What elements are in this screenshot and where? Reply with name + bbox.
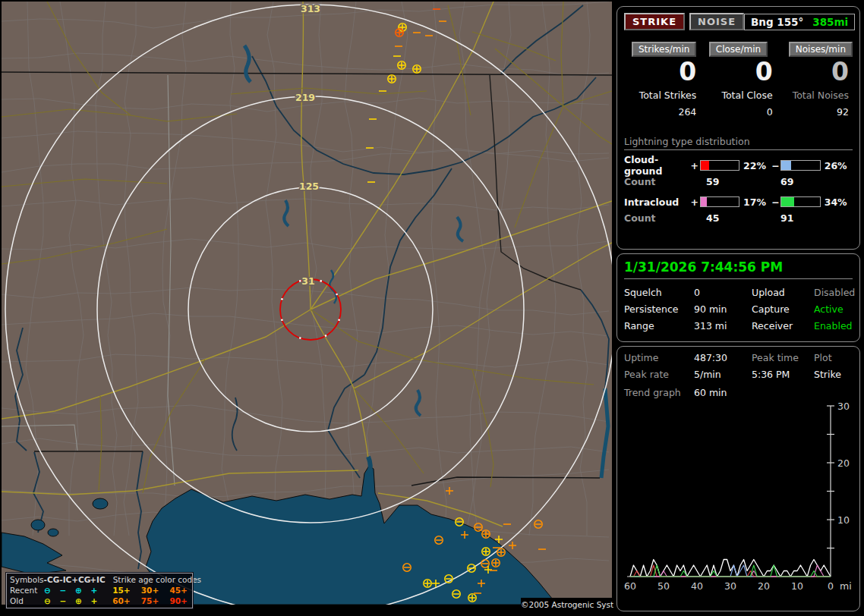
legend-old-label: Old xyxy=(10,596,39,606)
persistence-value: 90 min xyxy=(694,303,752,315)
plus-icon: + xyxy=(87,596,102,606)
strike-cg+ xyxy=(497,548,505,556)
bearing-display: Bng 155° 385mi xyxy=(744,14,855,30)
svg-text:40: 40 xyxy=(691,580,703,592)
strike-mode-button[interactable]: STRIKE xyxy=(624,13,685,30)
totals-values-row: 264 0 92 xyxy=(624,105,853,119)
ring-label-313: 313 xyxy=(301,3,320,14)
total-close-value: 0 xyxy=(700,105,776,119)
noises-per-min-value: 0 xyxy=(777,58,853,86)
ring-label-31: 31 xyxy=(301,275,314,287)
svg-text:60: 60 xyxy=(624,580,636,592)
total-strikes-label: Total Strikes xyxy=(624,89,700,102)
strikes-per-min-value: 0 xyxy=(624,58,700,86)
receiver-label: Receiver xyxy=(752,320,814,332)
strike-cg+ xyxy=(396,29,403,36)
cg-minus-pct: 26% xyxy=(825,160,853,171)
plot-value: Strike xyxy=(814,369,853,380)
strike-cg+ xyxy=(482,530,490,538)
datetime-display: 1/31/2026 7:44:56 PM xyxy=(624,259,853,279)
total-noises-value: 92 xyxy=(777,105,853,119)
persistence-label: Persistence xyxy=(624,303,694,315)
range-value: 313 mi xyxy=(694,320,752,332)
counters-panel: STRIKE NOISE Bng 155° 385mi Strikes/min … xyxy=(616,6,860,250)
ic-minus-count: 91 xyxy=(780,212,793,224)
trend-chart: 1020306050403020100min xyxy=(624,400,852,600)
svg-text:50: 50 xyxy=(657,580,670,592)
ic-plus-pct: 17% xyxy=(743,196,771,208)
side-panel: STRIKE NOISE Bng 155° 385mi Strikes/min … xyxy=(613,0,864,616)
receiver-status: Enabled xyxy=(814,320,855,332)
distribution-title: Lightning type distribution xyxy=(624,136,853,150)
plus-sign: + xyxy=(691,160,700,171)
circle-minus-icon: ⊖ xyxy=(39,596,55,606)
ring-label-219: 219 xyxy=(295,92,315,103)
noise-mode-button[interactable]: NOISE xyxy=(689,13,744,30)
total-close-label: Total Close xyxy=(700,89,776,102)
cg-minus-bar xyxy=(780,160,820,171)
ring-label-125: 125 xyxy=(299,181,319,192)
intracloud-label: Intracloud xyxy=(624,196,691,208)
legend-col-ic-plus: +IC xyxy=(90,574,105,585)
peak-time-value: 5:36 PM xyxy=(752,369,814,380)
svg-text:30: 30 xyxy=(724,580,736,592)
capture-label: Capture xyxy=(752,303,814,315)
strike-cg+ xyxy=(482,548,490,555)
svg-text:20: 20 xyxy=(837,457,850,469)
age-45: 45+ xyxy=(169,585,189,596)
noises-per-min-button[interactable]: Noises/min xyxy=(789,42,853,57)
trend-window-value: 60 min xyxy=(694,387,853,398)
age-30: 30+ xyxy=(141,585,161,596)
circle-minus-icon: ⊖ xyxy=(39,585,55,596)
cg-plus-count: 59 xyxy=(695,176,780,187)
close-per-min-button[interactable]: Close/min xyxy=(709,42,768,57)
strike-cg+ xyxy=(492,559,500,567)
map-area: 313 219 125 31 Symbols -CG -IC +CG +IC S… xyxy=(2,2,612,613)
stats-grid: Uptime 487:30 Peak time Plot Peak rate 5… xyxy=(624,352,853,380)
range-label: Range xyxy=(624,320,694,332)
ic-plus-bar xyxy=(700,196,739,207)
legend-recent-row: Recent ⊖ − ⊕ + 15+ 30+ 45+ xyxy=(10,585,189,596)
age-75: 75+ xyxy=(141,596,161,606)
uptime-value: 487:30 xyxy=(694,352,752,363)
mode-row: STRIKE NOISE Bng 155° 385mi xyxy=(624,13,853,30)
trend-series-total xyxy=(630,560,831,577)
legend-old-row: Old ⊖ − ⊕ + 60+ 75+ 90+ xyxy=(10,596,189,606)
peak-rate-label: Peak rate xyxy=(624,369,694,380)
bearing-value: Bng 155° xyxy=(751,16,803,28)
legend-col-cg-minus: -CG xyxy=(44,574,60,585)
svg-text:30: 30 xyxy=(837,401,850,412)
trend-graph-row: Trend graph 60 min xyxy=(624,387,853,398)
cg-plus-pct: 22% xyxy=(743,160,771,171)
minus-icon: − xyxy=(55,596,71,606)
age-90: 90+ xyxy=(169,596,189,606)
stormvue-app: 313 219 125 31 Symbols -CG -IC +CG +IC S… xyxy=(0,0,864,616)
ic-minus-bar xyxy=(780,196,820,207)
legend-symbols-label: Symbols xyxy=(10,574,44,585)
squelch-value: 0 xyxy=(694,287,752,298)
uptime-label: Uptime xyxy=(624,352,694,363)
legend-recent-label: Recent xyxy=(10,585,39,596)
age-60: 60+ xyxy=(112,596,132,606)
ic-count-row: Count 45 91 xyxy=(624,209,853,226)
rate-values-row: 0 0 0 xyxy=(624,58,853,86)
strikes-per-min-button[interactable]: Strikes/min xyxy=(632,42,696,57)
count-label: Count xyxy=(624,212,695,224)
cg-count-row: Count 59 69 xyxy=(624,173,853,190)
intracloud-row: Intracloud + 17% − 34% xyxy=(624,194,853,209)
ic-plus-count: 45 xyxy=(695,212,780,224)
plus-sign: + xyxy=(691,196,700,208)
trend-graph-label: Trend graph xyxy=(624,387,694,398)
ic-minus-pct: 34% xyxy=(825,196,853,208)
status-grid: Squelch 0 Upload Disabled Persistence 90… xyxy=(624,287,853,332)
strike-cg+ xyxy=(468,594,476,602)
age-15: 15+ xyxy=(112,585,132,596)
svg-text:0: 0 xyxy=(828,580,834,592)
lightning-map[interactable]: 313 219 125 31 xyxy=(2,2,612,605)
cloud-ground-row: Cloud-ground + 22% − 26% xyxy=(624,158,853,173)
copyright-notice: ©2005 Astrogenic Systems xyxy=(521,598,612,611)
status-panel: 1/31/2026 7:44:56 PM Squelch 0 Upload Di… xyxy=(616,253,860,342)
trend-panel: Uptime 487:30 Peak time Plot Peak rate 5… xyxy=(616,346,860,611)
count-label: Count xyxy=(624,176,695,187)
squelch-label: Squelch xyxy=(624,287,694,298)
